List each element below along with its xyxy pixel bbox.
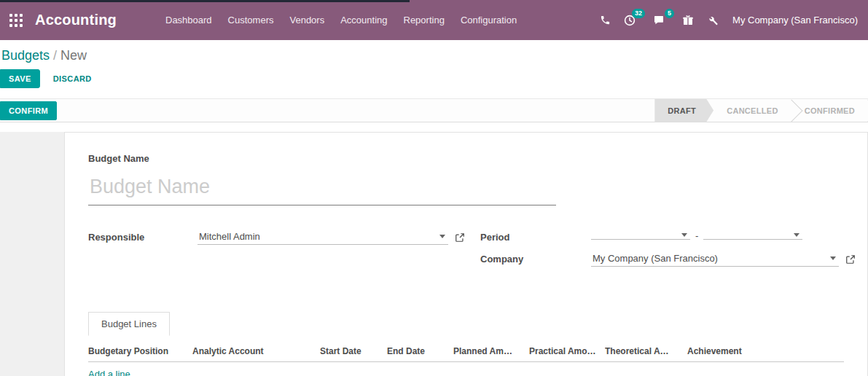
period-separator: - (695, 230, 698, 241)
tools-wrench-icon[interactable] (700, 10, 725, 31)
notebook: Budget Lines (88, 311, 844, 335)
activities-badge: 32 (632, 9, 645, 18)
nav-item-vendors[interactable]: Vendors (281, 8, 332, 32)
table-add-row: Add a line (88, 362, 844, 376)
responsible-value[interactable]: Mitchell Admin (199, 231, 260, 242)
save-button[interactable]: SAVE (0, 69, 40, 88)
discard-button[interactable]: DISCARD (53, 74, 92, 83)
company-value[interactable]: My Company (San Francisco) (593, 253, 718, 264)
app-title[interactable]: Accounting (35, 12, 117, 28)
control-panel: Budgets/New (0, 40, 868, 66)
confirm-button[interactable]: CONFIRM (0, 101, 57, 120)
period-field[interactable]: - (591, 230, 802, 241)
form-field-groups: Responsible Mitchell Admin Period (88, 230, 844, 276)
apps-grid-icon (9, 14, 23, 27)
breadcrumb-budgets-link[interactable]: Budgets (1, 48, 50, 63)
dropdown-caret-icon[interactable] (794, 233, 799, 237)
content-area: Budget Name Responsible Mitchell Admin (0, 132, 868, 376)
add-a-line-link[interactable]: Add a line (88, 369, 130, 376)
company-external-link-icon[interactable] (845, 254, 856, 265)
breadcrumb-separator: / (53, 48, 57, 63)
dropdown-caret-icon[interactable] (439, 235, 445, 238)
responsible-label: Responsible (88, 230, 198, 243)
activities-clock-icon[interactable]: 32 (617, 10, 642, 31)
period-from-field[interactable] (591, 232, 690, 240)
messages-chat-icon[interactable]: 5 (646, 10, 671, 31)
responsible-external-link-icon[interactable] (455, 232, 465, 243)
edit-actions: SAVE DISCARD (0, 66, 868, 98)
nav-item-configuration[interactable]: Configuration (453, 8, 525, 32)
responsible-field[interactable]: Mitchell Admin (198, 230, 465, 245)
dropdown-caret-icon[interactable] (830, 256, 836, 260)
nav-item-accounting[interactable]: Accounting (332, 8, 395, 32)
apps-menu-button[interactable] (0, 0, 32, 40)
window-edge-artifact (0, 0, 410, 2)
dropdown-caret-icon[interactable] (681, 233, 687, 237)
col-start-date: Start Date (320, 346, 387, 356)
col-theoretical-amount: Theoretical A… (605, 346, 687, 356)
top-navbar: Accounting Dashboard Customers Vendors A… (0, 0, 868, 40)
breadcrumb: Budgets/New (1, 48, 856, 63)
status-pipeline: DRAFT CANCELLED CONFIRMED (654, 99, 868, 122)
status-step-draft[interactable]: DRAFT (654, 99, 713, 122)
nav-item-dashboard[interactable]: Dashboard (157, 8, 220, 32)
col-end-date: End Date (387, 346, 453, 356)
period-to-field[interactable] (703, 232, 802, 240)
form-statusbar: CONFIRM DRAFT CANCELLED CONFIRMED (0, 98, 868, 122)
breadcrumb-current: New (60, 48, 87, 63)
nav-item-customers[interactable]: Customers (220, 8, 282, 32)
budget-lines-table: Budgetary Position Analytic Account Star… (88, 340, 844, 376)
budget-name-label: Budget Name (88, 153, 844, 164)
col-achievement: Achievement (687, 346, 844, 356)
company-field[interactable]: My Company (San Francisco) (591, 252, 856, 267)
col-analytic-account: Analytic Account (192, 346, 320, 356)
period-label: Period (480, 230, 591, 243)
nav-item-reporting[interactable]: Reporting (396, 8, 453, 32)
form-sheet: Budget Name Responsible Mitchell Admin (64, 132, 868, 376)
budget-name-input[interactable] (88, 174, 556, 205)
col-practical-amount: Practical Amo… (529, 346, 605, 356)
table-header-row: Budgetary Position Analytic Account Star… (88, 340, 844, 362)
tab-budget-lines[interactable]: Budget Lines (88, 312, 170, 336)
form-group-left: Responsible Mitchell Admin (88, 230, 480, 276)
col-planned-amount: Planned Am… (453, 346, 529, 356)
col-budgetary-position: Budgetary Position (88, 346, 192, 356)
gift-icon[interactable] (676, 10, 700, 31)
phone-icon[interactable] (593, 10, 617, 30)
form-group-right: Period - Company (480, 230, 856, 276)
company-label: Company (480, 252, 591, 265)
company-switcher[interactable]: My Company (San Francisco) (732, 15, 858, 26)
main-menu: Dashboard Customers Vendors Accounting R… (157, 8, 525, 32)
navbar-systray: 32 5 My Company (San Francisco) (593, 10, 858, 31)
messages-badge: 5 (665, 9, 674, 18)
